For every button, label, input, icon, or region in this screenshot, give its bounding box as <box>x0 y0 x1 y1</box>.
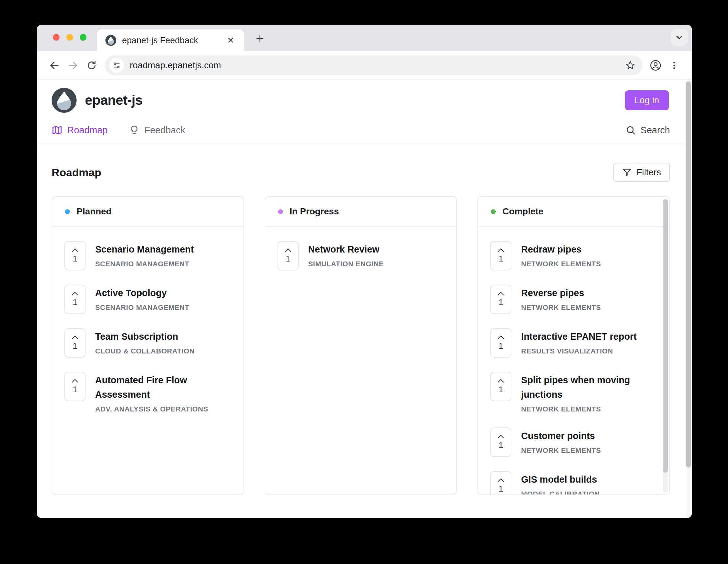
column-title: Complete <box>502 206 543 217</box>
column-header: In Progress <box>265 197 457 227</box>
vote-count: 1 <box>499 254 503 264</box>
roadmap-card: 1Team SubscriptionCLOUD & COLLABORATION <box>64 328 231 358</box>
tab-title: epanet-js Feedback <box>122 36 220 46</box>
upvote-button[interactable]: 1 <box>490 328 511 358</box>
card-text: Scenario ManagementSCENARIO MANAGEMENT <box>95 241 194 268</box>
card-title[interactable]: Automated Fire Flow Assessment <box>95 373 230 402</box>
address-bar[interactable]: roadmap.epanetjs.com <box>105 55 642 75</box>
reload-icon <box>87 60 97 71</box>
status-dot <box>278 209 283 214</box>
card-title[interactable]: Scenario Management <box>95 242 194 257</box>
upvote-button[interactable]: 1 <box>490 241 511 270</box>
chevron-up-icon <box>497 434 504 439</box>
vote-count: 1 <box>499 385 503 394</box>
upvote-button[interactable]: 1 <box>277 241 299 270</box>
card-category: SCENARIO MANAGEMENT <box>95 303 189 312</box>
roadmap-card: 1Network ReviewSIMULATION ENGINE <box>277 241 444 270</box>
column-header: Planned <box>52 197 244 227</box>
nav-tab-feedback[interactable]: Feedback <box>129 125 185 136</box>
url-text[interactable]: roadmap.epanetjs.com <box>130 60 221 71</box>
card-category: NETWORK ELEMENTS <box>521 303 601 312</box>
search-button[interactable]: Search <box>625 125 670 136</box>
vote-count: 1 <box>73 254 77 264</box>
site-settings-button[interactable] <box>109 58 124 73</box>
vote-count: 1 <box>499 440 503 450</box>
login-button[interactable]: Log in <box>625 90 669 110</box>
card-title[interactable]: Split pipes when moving junctions <box>521 373 656 402</box>
page-scrollbar[interactable] <box>685 79 692 518</box>
epanetjs-logo <box>52 88 77 113</box>
column-body: 1Scenario ManagementSCENARIO MANAGEMENT1… <box>52 227 244 494</box>
column-title: Planned <box>77 206 112 217</box>
roadmap-card: 1GIS model buildsMODEL CALIBRATION <box>490 471 657 494</box>
upvote-button[interactable]: 1 <box>490 285 511 314</box>
column-body: 1Redraw pipesNETWORK ELEMENTS1Reverse pi… <box>478 227 669 494</box>
chevron-up-icon <box>285 248 292 252</box>
roadmap-card: 1Active TopologySCENARIO MANAGEMENT <box>64 285 231 314</box>
tab-close-icon[interactable]: ✕ <box>226 35 236 46</box>
minimize-window-button[interactable] <box>66 34 73 41</box>
card-text: Team SubscriptionCLOUD & COLLABORATION <box>95 328 194 355</box>
card-title[interactable]: Redraw pipes <box>521 242 601 257</box>
column-complete: Complete1Redraw pipesNETWORK ELEMENTS1Re… <box>477 196 670 495</box>
card-text: Split pipes when moving junctionsNETWORK… <box>521 372 656 413</box>
vote-count: 1 <box>285 254 290 264</box>
upvote-button[interactable]: 1 <box>64 285 86 314</box>
browser-tab[interactable]: epanet-js Feedback ✕ <box>97 29 244 51</box>
lightbulb-icon <box>129 125 140 136</box>
new-tab-button[interactable] <box>253 32 266 45</box>
upvote-button[interactable]: 1 <box>64 328 86 358</box>
close-window-button[interactable] <box>53 34 60 41</box>
card-text: Reverse pipesNETWORK ELEMENTS <box>521 285 601 312</box>
search-icon <box>625 125 636 135</box>
brand[interactable]: epanet-js <box>52 88 143 113</box>
epanetjs-favicon <box>105 35 116 46</box>
filters-button[interactable]: Filters <box>613 163 670 182</box>
roadmap-card: 1Reverse pipesNETWORK ELEMENTS <box>490 285 657 314</box>
upvote-button[interactable]: 1 <box>64 372 86 401</box>
page-scrollbar-thumb[interactable] <box>686 81 691 468</box>
status-dot <box>65 209 70 214</box>
column-body: 1Network ReviewSIMULATION ENGINE <box>265 227 457 494</box>
card-title[interactable]: Customer points <box>521 429 601 443</box>
page-content: epanet-js Log in Roadmap Feedback Search <box>37 79 685 518</box>
card-title[interactable]: Reverse pipes <box>521 286 601 300</box>
nav-tab-feedback-label: Feedback <box>145 125 185 136</box>
card-title[interactable]: Team Subscription <box>95 329 194 344</box>
reload-button[interactable] <box>82 56 101 75</box>
back-button[interactable] <box>45 56 64 75</box>
card-title[interactable]: Network Review <box>308 242 384 257</box>
card-category: RESULTS VISUALIZATION <box>521 347 636 355</box>
upvote-button[interactable]: 1 <box>490 471 511 494</box>
filter-funnel-icon <box>622 168 632 177</box>
vote-count: 1 <box>73 385 77 394</box>
browser-menu-button[interactable] <box>665 56 683 75</box>
roadmap-card: 1Redraw pipesNETWORK ELEMENTS <box>490 241 657 270</box>
nav-tab-roadmap-label: Roadmap <box>67 125 108 136</box>
vote-count: 1 <box>73 341 77 351</box>
card-category: SIMULATION ENGINE <box>308 260 384 268</box>
tab-search-button[interactable] <box>671 29 688 46</box>
column-header: Complete <box>478 197 669 227</box>
chevron-up-icon <box>71 335 79 339</box>
chevron-up-icon <box>497 478 504 482</box>
card-title[interactable]: Interactive EPANET report <box>521 329 636 344</box>
bookmark-button[interactable] <box>623 58 638 73</box>
chevron-up-icon <box>71 291 79 296</box>
chevron-down-icon <box>674 33 684 42</box>
nav-tab-roadmap[interactable]: Roadmap <box>52 125 108 136</box>
upvote-button[interactable]: 1 <box>490 372 511 401</box>
card-category: ADV. ANALYSIS & OPERATIONS <box>95 405 230 413</box>
upvote-button[interactable]: 1 <box>490 427 511 457</box>
maximize-window-button[interactable] <box>80 34 87 41</box>
star-icon <box>625 60 635 71</box>
card-text: GIS model buildsMODEL CALIBRATION <box>521 471 600 494</box>
card-title[interactable]: GIS model builds <box>521 472 600 487</box>
browser-window: epanet-js Feedback ✕ roadmap.epanetjs.co… <box>37 25 692 518</box>
card-category: NETWORK ELEMENTS <box>521 260 601 268</box>
card-title[interactable]: Active Topology <box>95 286 189 300</box>
profile-button[interactable] <box>646 56 665 75</box>
upvote-button[interactable]: 1 <box>64 241 86 270</box>
roadmap-card: 1Customer pointsNETWORK ELEMENTS <box>490 427 657 457</box>
forward-button[interactable] <box>64 56 82 75</box>
